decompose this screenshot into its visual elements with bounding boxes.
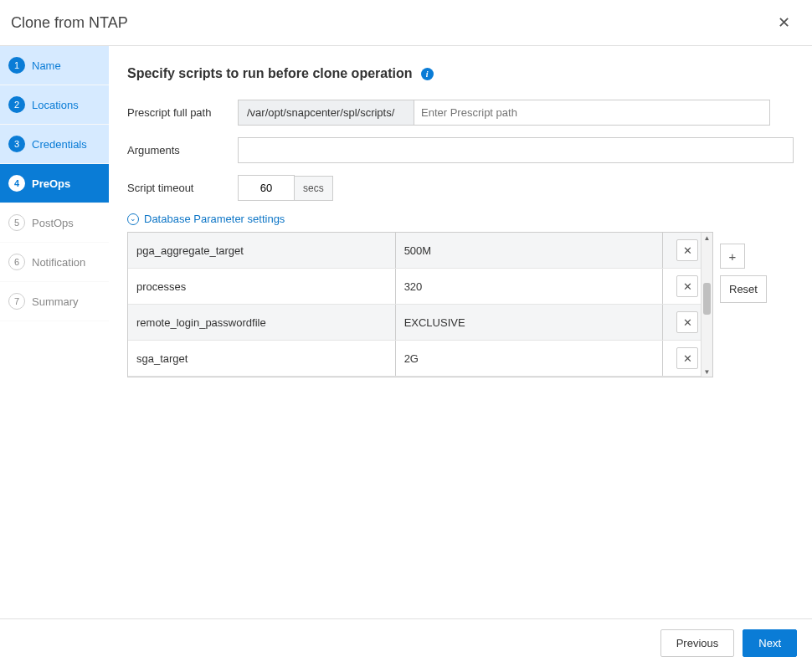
heading-text: Specify scripts to run before clone oper…: [127, 66, 413, 81]
param-value[interactable]: 320: [395, 269, 662, 305]
add-param-button[interactable]: +: [720, 244, 745, 269]
step-label: Locations: [32, 99, 79, 111]
delete-row-button[interactable]: ✕: [676, 311, 698, 333]
step-label: PreOps: [32, 177, 70, 190]
arguments-label: Arguments: [127, 144, 238, 156]
step-number: 7: [8, 293, 25, 310]
step-label: PostOps: [32, 217, 74, 229]
table-row: processes 320 ✕: [128, 269, 712, 305]
param-name[interactable]: sga_target: [128, 341, 395, 377]
step-number: 6: [8, 254, 25, 270]
prescript-label: Prescript full path: [127, 106, 238, 119]
step-preops[interactable]: 4 PreOps: [0, 164, 109, 203]
db-params-toggle[interactable]: ⌄ Database Parameter settings: [127, 213, 794, 225]
param-value[interactable]: 2G: [395, 341, 662, 377]
db-params-title: Database Parameter settings: [144, 213, 285, 225]
step-number: 4: [8, 175, 25, 192]
step-number: 3: [8, 136, 25, 152]
prescript-path-input[interactable]: [414, 100, 770, 126]
delete-row-button[interactable]: ✕: [676, 347, 698, 369]
wizard-sidebar: 1 Name 2 Locations 3 Credentials 4 PreOp…: [0, 46, 109, 632]
arguments-input[interactable]: [238, 137, 794, 163]
table-row: sga_target 2G ✕: [128, 341, 712, 377]
step-number: 2: [8, 96, 25, 113]
next-button[interactable]: Next: [743, 629, 797, 657]
info-icon[interactable]: i: [421, 68, 434, 80]
table-row: pga_aggregate_target 500M ✕: [128, 233, 712, 269]
delete-row-button[interactable]: ✕: [676, 275, 698, 297]
step-notification[interactable]: 6 Notification: [0, 243, 109, 282]
step-label: Summary: [32, 295, 79, 308]
step-summary[interactable]: 7 Summary: [0, 282, 109, 321]
scrollbar[interactable]: ▲ ▼: [701, 233, 712, 377]
step-locations[interactable]: 2 Locations: [0, 85, 109, 125]
table-row: remote_login_passwordfile EXCLUSIVE ✕: [128, 305, 712, 341]
param-value[interactable]: EXCLUSIVE: [395, 305, 662, 341]
step-number: 5: [8, 214, 25, 231]
reset-params-button[interactable]: Reset: [720, 275, 767, 303]
dialog-title: Clone from NTAP: [11, 14, 128, 32]
param-name[interactable]: remote_login_passwordfile: [128, 305, 395, 341]
step-label: Notification: [32, 256, 85, 269]
delete-row-button[interactable]: ✕: [676, 239, 698, 261]
chevron-down-icon: ⌄: [127, 213, 139, 225]
timeout-label: Script timeout: [127, 182, 238, 194]
previous-button[interactable]: Previous: [660, 629, 735, 657]
close-icon[interactable]: ✕: [773, 12, 795, 33]
step-name[interactable]: 1 Name: [0, 46, 109, 85]
param-name[interactable]: pga_aggregate_target: [128, 233, 395, 269]
param-name[interactable]: processes: [128, 269, 395, 305]
dialog-footer: Previous Next: [0, 618, 812, 667]
step-number: 1: [8, 57, 25, 74]
section-heading: Specify scripts to run before clone oper…: [127, 66, 794, 81]
step-label: Name: [32, 59, 61, 72]
db-params-table: pga_aggregate_target 500M ✕ processes 32…: [127, 232, 713, 377]
scroll-down-icon[interactable]: ▼: [702, 367, 712, 377]
prescript-path-prefix: /var/opt/snapcenter/spl/scripts/: [238, 100, 414, 126]
timeout-input[interactable]: [238, 175, 295, 201]
step-label: Credentials: [32, 138, 87, 151]
main-panel: Specify scripts to run before clone oper…: [109, 46, 812, 632]
param-value[interactable]: 500M: [395, 233, 662, 269]
scroll-thumb[interactable]: [703, 283, 711, 315]
step-postops[interactable]: 5 PostOps: [0, 203, 109, 243]
scroll-up-icon[interactable]: ▲: [702, 233, 712, 243]
timeout-unit: secs: [295, 176, 333, 201]
dialog-header: Clone from NTAP ✕: [0, 0, 812, 46]
step-credentials[interactable]: 3 Credentials: [0, 125, 109, 164]
